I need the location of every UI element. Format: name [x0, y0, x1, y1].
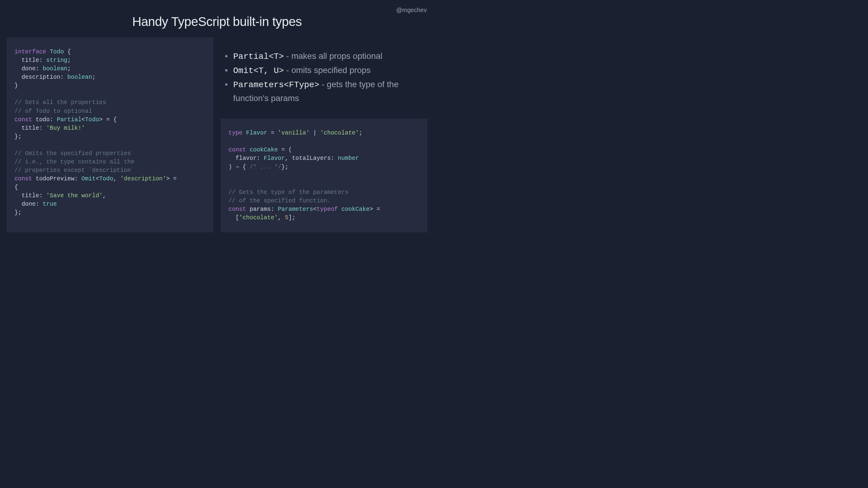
code-token: < — [313, 206, 317, 212]
code-token: // properties except `description` — [14, 167, 134, 174]
code-token: < — [82, 116, 85, 123]
code-token: [ — [228, 214, 239, 221]
code-token: title: — [14, 57, 46, 64]
code-token: boolean — [43, 65, 67, 72]
code-token: 5 — [285, 214, 288, 221]
code-token: done: — [14, 65, 43, 72]
bullet-desc: - omits specified props — [284, 65, 371, 75]
code-token: : — [50, 116, 57, 123]
code-token: ⇒ — [236, 164, 239, 170]
code-token: 'chocolate' — [239, 214, 278, 221]
code-token: = ( — [278, 147, 292, 153]
code-token: /* ... */ — [250, 164, 281, 170]
code-token: const — [14, 116, 32, 123]
bullet-code: Omit<T, U> — [233, 66, 284, 76]
code-token: todo — [36, 116, 50, 123]
code-token: { — [239, 164, 250, 170]
code-token: Flavor — [246, 130, 267, 136]
code-token: interface — [14, 49, 46, 55]
bullet-dot-icon: • — [225, 78, 228, 106]
code-token: // Sets all the properties — [14, 99, 106, 106]
code-token — [246, 206, 250, 212]
code-token: 'vanilla' — [278, 130, 310, 136]
code-token: Omit — [82, 175, 96, 182]
code-token: 'chocolate' — [320, 130, 359, 136]
bullet-desc: - makes all props optional — [284, 51, 382, 61]
code-token — [246, 147, 250, 153]
code-token: , — [103, 193, 106, 199]
code-token: ]; — [288, 214, 296, 221]
code-token: true — [43, 201, 57, 207]
code-token: cookCake — [341, 206, 370, 212]
bullet-item: •Parameters<FType> - gets the type of th… — [225, 78, 423, 106]
code-token: const — [228, 147, 246, 153]
code-token: Todo — [50, 49, 64, 55]
code-token: const — [14, 175, 32, 182]
bullet-code: Partial<T> — [233, 52, 284, 61]
bullet-dot-icon: • — [225, 50, 228, 64]
code-token — [243, 130, 246, 136]
code-token: > = — [370, 206, 380, 212]
code-token: title: — [14, 125, 46, 132]
code-token: 'description' — [120, 175, 166, 182]
code-token — [338, 206, 341, 212]
code-token: }; — [14, 209, 22, 216]
code-token: type — [228, 130, 243, 136]
code-token — [32, 116, 36, 123]
bullet-item: •Omit<T, U> - omits specified props — [225, 64, 423, 78]
code-token: ; — [67, 57, 71, 64]
code-token: description: — [14, 74, 67, 81]
page-title: Handy TypeScript built-in types — [0, 0, 434, 37]
bullet-code: Parameters<FType> — [233, 80, 319, 90]
code-token: // i.e., the type contains all the — [14, 159, 134, 165]
code-token: , — [113, 175, 120, 182]
code-token: string — [46, 57, 67, 64]
code-token: cookCake — [250, 147, 278, 153]
code-block-left: interface Todo { title: string; done: bo… — [7, 37, 213, 232]
code-token: // of Todo to optional — [14, 108, 92, 115]
code-token: Todo — [85, 116, 99, 123]
code-token: ; — [359, 130, 363, 136]
code-token: } — [14, 82, 18, 89]
code-token: : — [74, 175, 82, 182]
code-token: // of the specified function. — [228, 198, 331, 204]
code-token: > = { — [99, 116, 117, 123]
code-token: title: — [14, 193, 46, 199]
code-token: , totalLayers: — [285, 155, 338, 162]
code-token: | — [310, 130, 320, 136]
code-token: // Gets the type of the parameters — [228, 189, 348, 196]
code-token: ; — [92, 74, 96, 81]
code-token: Flavor — [264, 155, 285, 162]
code-token: Partial — [57, 116, 82, 123]
code-token: Todo — [99, 175, 113, 182]
code-token: > = — [166, 175, 177, 182]
code-token: done: — [14, 201, 43, 207]
code-token: ) — [228, 164, 236, 170]
code-token: todoPreview — [36, 175, 74, 182]
code-token: { — [64, 49, 71, 55]
content-grid: interface Todo { title: string; done: bo… — [0, 37, 434, 239]
code-token: number — [338, 155, 359, 162]
author-handle: @mgechev — [396, 7, 427, 13]
code-token: params — [250, 206, 271, 212]
code-token: flavor: — [228, 155, 264, 162]
code-token: 'Buy milk!' — [46, 125, 85, 132]
code-token: < — [96, 175, 99, 182]
code-token — [46, 49, 50, 55]
code-token: }; — [14, 133, 22, 140]
code-block-right: type Flavor = 'vanilla' | 'chocolate'; c… — [221, 118, 427, 232]
bullet-item: •Partial<T> - makes all props optional — [225, 50, 423, 64]
code-token: { — [14, 184, 18, 191]
code-token: 'Save the world' — [46, 193, 102, 199]
code-token: : — [271, 206, 278, 212]
code-token: ; — [67, 65, 71, 72]
code-token: typeof — [317, 206, 338, 212]
code-token: // Omits the specified properties — [14, 150, 131, 157]
code-token: boolean — [67, 74, 92, 81]
code-token: }; — [281, 164, 288, 170]
right-column: •Partial<T> - makes all props optional•O… — [221, 37, 427, 232]
code-token: const — [228, 206, 246, 212]
code-token: , — [278, 214, 285, 221]
bullet-dot-icon: • — [225, 64, 228, 78]
code-token: Parameters — [278, 206, 313, 212]
